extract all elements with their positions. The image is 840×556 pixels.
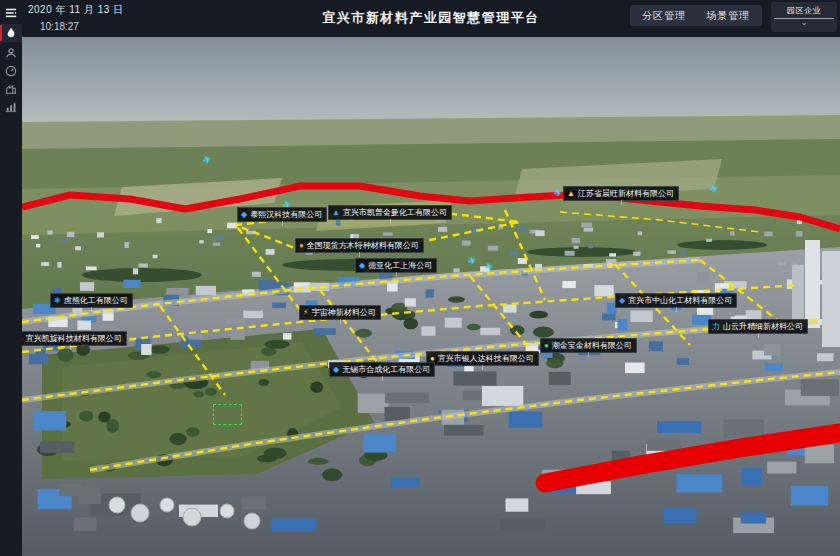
sidebar-item-hamburger[interactable]: [0, 4, 22, 22]
marker-icon: ◆: [241, 211, 247, 219]
company-label-text: 宜兴市银人达科技有限公司: [438, 353, 534, 364]
company-label[interactable]: 力山云升精细新材料公司: [708, 319, 808, 334]
selection-marquee: [213, 404, 242, 425]
company-label-text: 宜兴市凯普金曼化工有限公司: [343, 207, 447, 218]
flame-icon: [5, 27, 17, 39]
marker-icon: 力: [712, 323, 720, 331]
sidebar-item-gauge[interactable]: [0, 62, 22, 80]
marker-icon: ◆: [333, 366, 339, 374]
factory-icon: [5, 83, 17, 95]
company-label-text: 德亚化工上海公司: [368, 260, 432, 271]
marker-icon: ●: [544, 342, 549, 350]
company-label[interactable]: ●宜兴凯旋科技材料有限公司: [14, 331, 127, 346]
company-label-text: 泰熙汉科技有限公司: [250, 209, 322, 220]
company-label[interactable]: ⚡宇宙神新材料公司: [299, 305, 381, 320]
company-label-text: 宇宙神新材料公司: [312, 307, 376, 318]
hamburger-icon: [5, 7, 17, 19]
company-label-text: 宜兴凯旋科技材料有限公司: [26, 333, 122, 344]
sidebar: [0, 0, 22, 556]
company-label[interactable]: ◆德亚化工上海公司: [355, 258, 437, 273]
park-enterprise-label: 园区企业: [771, 2, 837, 16]
sidebar-item-flame[interactable]: [0, 24, 22, 42]
scene-management-button[interactable]: 场景管理: [694, 5, 762, 26]
sidebar-item-person[interactable]: [0, 44, 22, 62]
park-enterprise-dropdown[interactable]: 园区企业 ⌄: [771, 2, 837, 32]
marker-icon: ◆: [619, 297, 625, 305]
sidebar-item-bar-chart[interactable]: [0, 98, 22, 116]
bar-chart-icon: [5, 101, 17, 113]
company-label-text: 虎熊化工有限公司: [64, 295, 128, 306]
marker-icon: ●: [299, 242, 304, 250]
marker-icon: ⚡: [303, 309, 309, 317]
marker-icon: ▲: [332, 209, 340, 217]
company-label[interactable]: ●潮金宝金材料有限公司: [540, 338, 637, 353]
company-label[interactable]: ❄虎熊化工有限公司: [50, 293, 133, 308]
company-label[interactable]: ◆无锡市合成化工有限公司: [329, 362, 435, 377]
company-label[interactable]: ●全国现货方木特种材料有限公司: [295, 238, 424, 253]
marker-icon: ◆: [359, 262, 365, 270]
company-label[interactable]: ▲宜兴市凯普金曼化工有限公司: [328, 205, 452, 220]
marker-icon: ▲: [567, 190, 575, 198]
company-label[interactable]: ◆泰熙汉科技有限公司: [237, 207, 327, 222]
company-label-text: 无锡市合成化工有限公司: [342, 364, 430, 375]
company-label-text: 山云升精细新材料公司: [723, 321, 803, 332]
company-label[interactable]: ●宜兴市银人达科技有限公司: [426, 351, 539, 366]
company-label-text: 宜兴市中山化工材料有限公司: [628, 295, 732, 306]
app-window: 2020 年 11 月 13 日 10:18:27 宜兴市新材料产业园智慧管理平…: [0, 0, 840, 556]
zone-management-button[interactable]: 分区管理: [630, 5, 698, 26]
company-label-text: 全国现货方木特种材料有限公司: [307, 240, 419, 251]
company-label[interactable]: ▲江苏省晨旺新材料有限公司: [563, 186, 679, 201]
gauge-icon: [5, 65, 17, 77]
header-bar: 2020 年 11 月 13 日 10:18:27 宜兴市新材料产业园智慧管理平…: [22, 0, 840, 37]
chevron-down-icon: ⌄: [771, 19, 837, 26]
company-label-text: 江苏省晨旺新材料有限公司: [578, 188, 674, 199]
company-label-text: 潮金宝金材料有限公司: [552, 340, 632, 351]
marker-icon: ❄: [54, 297, 61, 305]
person-icon: [5, 47, 17, 59]
company-label[interactable]: ◆宜兴市中山化工材料有限公司: [615, 293, 737, 308]
sidebar-item-factory[interactable]: [0, 80, 22, 98]
